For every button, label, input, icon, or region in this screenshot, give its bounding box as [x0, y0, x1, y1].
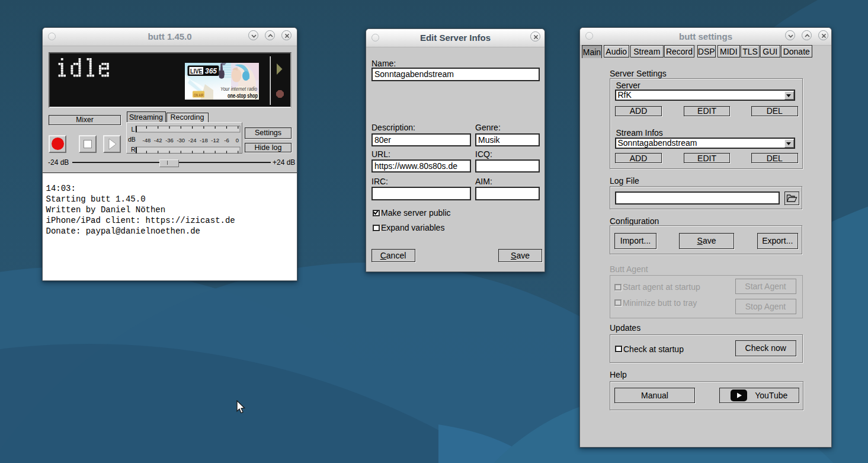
svg-text:-24: -24 — [188, 137, 196, 143]
svg-text:-48: -48 — [142, 137, 150, 143]
svg-text:one-stop shop: one-stop shop — [228, 92, 258, 99]
svg-text:-6: -6 — [224, 137, 229, 143]
svg-text:dB: dB — [128, 136, 136, 143]
svg-text:LIVE: LIVE — [190, 67, 203, 74]
svg-text:Your internet radio: Your internet radio — [220, 85, 257, 92]
svg-text:365: 365 — [205, 67, 217, 75]
svg-text:R: R — [131, 146, 136, 153]
svg-text:-12: -12 — [211, 137, 219, 143]
svg-text:-36: -36 — [165, 137, 174, 143]
svg-text:0: 0 — [235, 137, 238, 143]
svg-text:-18: -18 — [200, 137, 208, 143]
svg-text:L: L — [131, 126, 134, 133]
svg-text:-30: -30 — [177, 137, 185, 143]
svg-text:-42: -42 — [153, 137, 162, 143]
svg-text:ON AIR: ON AIR — [194, 92, 204, 97]
